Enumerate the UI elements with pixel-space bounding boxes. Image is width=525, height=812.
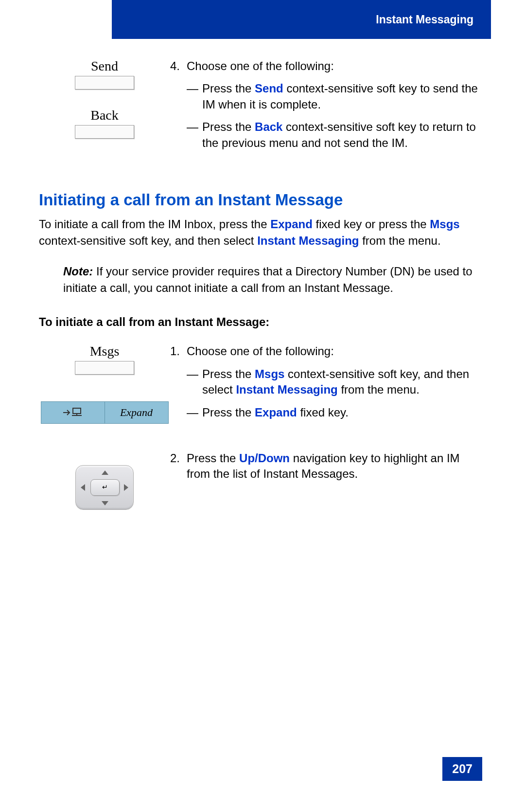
option-body: Press the Msgs context-sensitive soft ke…	[202, 366, 486, 398]
procedure-subheading: To initiate a call from an Instant Messa…	[39, 315, 486, 329]
dash-icon: —	[187, 405, 202, 420]
text: To initiate a call from the IM Inbox, pr…	[39, 217, 270, 231]
option-body: Press the Send context-sensitive soft ke…	[202, 81, 486, 112]
text: Press the	[202, 367, 255, 380]
section-heading: Initiating a call from an Instant Messag…	[39, 191, 486, 209]
msgs-softkey-label: Msgs	[39, 343, 170, 359]
text: Press the	[202, 120, 255, 133]
step-2-text: 2. Press the Up/Down navigation key to h…	[170, 451, 486, 486]
text: from the menu.	[338, 383, 420, 396]
step-body: Choose one of the following: — Press the…	[187, 58, 486, 158]
option-expand: — Press the Expand fixed key.	[187, 405, 486, 420]
page-content: Send Back 4. Choose one of the following…	[0, 29, 525, 510]
keyword-msgs: Msgs	[255, 367, 284, 380]
step-number: 2.	[170, 451, 187, 482]
step-1-text: 1. Choose one of the following: — Press …	[170, 343, 486, 431]
send-softkey-group: Send	[39, 58, 170, 93]
nav-right-icon	[124, 484, 128, 491]
softkey-button-icon	[75, 125, 134, 139]
keyword-expand: Expand	[255, 406, 297, 419]
navigation-key-icon: ↵	[75, 465, 134, 510]
expand-icon	[62, 407, 84, 418]
softkey-column: Send Back	[39, 58, 170, 157]
dash-icon: —	[187, 119, 202, 151]
option-body: Press the Expand fixed key.	[202, 405, 349, 420]
page-number: 207	[442, 757, 482, 781]
text: Press the	[187, 451, 239, 465]
option-body: Press the Back context-sensitive soft ke…	[202, 119, 486, 151]
step-number: 4.	[170, 58, 187, 158]
softkey-button-icon	[75, 361, 134, 375]
step-body: Choose one of the following: — Press the…	[187, 343, 486, 427]
text: from the menu.	[359, 234, 441, 247]
step-4: 4. Choose one of the following: — Press …	[170, 58, 486, 158]
step-4-row: Send Back 4. Choose one of the following…	[39, 58, 486, 162]
step-number: 1.	[170, 343, 187, 427]
nav-up-icon	[102, 470, 108, 475]
keyword-instant-messaging: Instant Messaging	[236, 383, 337, 396]
step-2: 2. Press the Up/Down navigation key to h…	[170, 451, 486, 482]
keyword-expand: Expand	[270, 217, 313, 231]
navigation-key-wrap: ↵	[39, 465, 170, 510]
note-label: Note:	[63, 265, 93, 278]
dash-icon: —	[187, 81, 202, 112]
option-msgs: — Press the Msgs context-sensitive soft …	[187, 366, 486, 398]
softkey-button-icon	[75, 76, 134, 90]
svg-rect-2	[76, 414, 77, 415]
key-column: Msgs	[39, 343, 170, 424]
nav-left-icon	[81, 484, 85, 491]
msgs-softkey-group: Msgs	[39, 343, 170, 378]
step-lead: Choose one of the following:	[187, 344, 334, 358]
svg-rect-0	[73, 408, 81, 414]
nav-down-icon	[102, 501, 108, 505]
text: Press the	[202, 406, 255, 419]
keyword-msgs: Msgs	[430, 217, 459, 231]
step-1: 1. Choose one of the following: — Press …	[170, 343, 486, 427]
options-list: — Press the Send context-sensitive soft …	[187, 81, 486, 151]
text: Press the	[202, 82, 255, 95]
nav-enter-icon: ↵	[90, 479, 120, 496]
keyword-instant-messaging: Instant Messaging	[257, 234, 359, 247]
step-body: Press the Up/Down navigation key to high…	[187, 451, 486, 482]
step-lead: Choose one of the following:	[187, 59, 334, 72]
note-block: Note: If your service provider requires …	[63, 263, 486, 296]
step-1-row: Msgs	[39, 343, 486, 431]
expand-key-icon-panel	[41, 401, 105, 424]
keyword-updown: Up/Down	[239, 451, 290, 465]
key-column: ↵	[39, 451, 170, 510]
keyword-back: Back	[255, 120, 282, 133]
dash-icon: —	[187, 366, 202, 398]
option-back: — Press the Back context-sensitive soft …	[187, 119, 486, 151]
option-send: — Press the Send context-sensitive soft …	[187, 81, 486, 112]
keyword-send: Send	[255, 82, 283, 95]
text: fixed key or press the	[313, 217, 430, 231]
expand-key-label: Expand	[105, 401, 169, 424]
text: context-sensitive soft key, and then sel…	[39, 234, 257, 247]
back-softkey-label: Back	[39, 108, 170, 123]
header-label: Instant Messaging	[376, 13, 473, 26]
step-2-row: ↵ 2. Press the Up/Down navigation key to…	[39, 451, 486, 510]
text: fixed key.	[297, 406, 349, 419]
back-softkey-group: Back	[39, 108, 170, 142]
manual-page: Instant Messaging Send Back 4. Choose on…	[0, 0, 525, 812]
options-list: — Press the Msgs context-sensitive soft …	[187, 366, 486, 420]
step-4-text: 4. Choose one of the following: — Press …	[170, 58, 486, 162]
note-body: If your service provider requires that a…	[63, 265, 472, 294]
expand-fixed-key: Expand	[39, 401, 170, 424]
send-softkey-label: Send	[39, 58, 170, 74]
intro-paragraph: To initiate a call from the IM Inbox, pr…	[39, 216, 486, 249]
